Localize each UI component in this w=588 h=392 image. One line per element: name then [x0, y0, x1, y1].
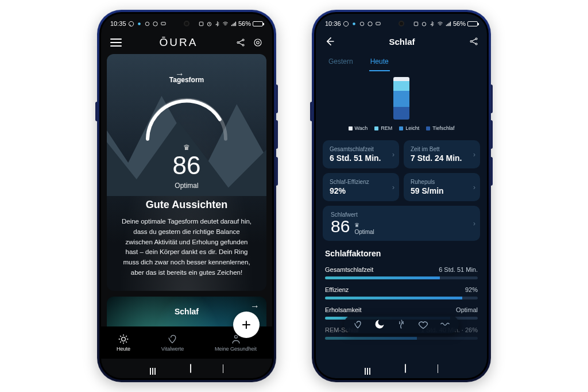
tab-yesterday[interactable]: Gestern	[327, 53, 354, 71]
home-button[interactable]	[190, 364, 191, 372]
sleep-score-value: 86	[331, 218, 350, 235]
pill-sleep-icon[interactable]	[374, 318, 385, 330]
pill-readiness-icon[interactable]	[352, 318, 363, 330]
svg-point-19	[368, 21, 372, 25]
page-title: Schlaf	[389, 37, 415, 47]
chevron-right-icon: ›	[392, 183, 394, 191]
nfc-icon	[413, 21, 419, 27]
metric-pill-nav	[344, 315, 459, 333]
whatsapp2-icon	[152, 21, 158, 27]
circle-icon	[351, 21, 357, 27]
camera-cutout	[184, 21, 189, 26]
whatsapp-icon	[128, 21, 134, 27]
back-arrow-icon[interactable]	[324, 36, 335, 47]
factor-value: 92%	[465, 286, 478, 293]
nav-today-label: Heute	[117, 346, 130, 352]
home-scroll[interactable]: → Tagesform ♛ 86 Optimal Gute Aussichten…	[101, 54, 272, 326]
tile-total-sleep[interactable]: Gesamtschlafzeit 6 Std. 51 Min. ›	[323, 140, 399, 168]
factor-label: Erholsamkeit	[325, 306, 362, 313]
signal-icon	[445, 21, 451, 27]
legend-rem: REM	[381, 125, 392, 131]
sleep-scroll[interactable]: Wach REM Leicht Tiefschlaf Gesamtschlafz…	[316, 71, 487, 359]
tile-efficiency[interactable]: Schlaf-Effizienz 92% ›	[323, 173, 399, 201]
chevron-right-icon: ›	[473, 183, 475, 191]
pill-heart-icon[interactable]	[417, 318, 429, 330]
back-button[interactable]	[438, 364, 438, 372]
chevron-right-icon: ›	[392, 151, 394, 159]
phone-right: 10:36 56%	[312, 10, 491, 382]
pill-stress-icon[interactable]	[439, 318, 451, 330]
readiness-score: 86	[118, 153, 255, 178]
battery-indicator: 56%	[238, 20, 263, 27]
chevron-right-icon: ›	[473, 151, 475, 159]
message-icon	[160, 21, 167, 27]
alarm-icon	[206, 21, 212, 27]
ring-icon	[359, 21, 365, 27]
legend-wake: Wach	[355, 125, 368, 131]
status-time: 10:35	[110, 20, 126, 27]
ring-icon	[144, 21, 150, 27]
tile-time-in-bed[interactable]: Zeit im Bett 7 Std. 24 Min. ›	[404, 140, 480, 168]
sleep-header: Schlaf	[316, 30, 487, 53]
sleep-stage-chart[interactable]: Wach REM Leicht Tiefschlaf	[316, 71, 487, 136]
svg-point-10	[254, 39, 261, 46]
phone-left: 10:35 56%	[97, 10, 276, 382]
tile-sleep-score[interactable]: Schlafwert 86 ♛ Optimal ›	[323, 206, 480, 241]
back-button[interactable]	[223, 364, 223, 372]
menu-button[interactable]	[110, 39, 122, 47]
home-button[interactable]	[405, 364, 406, 372]
readiness-card[interactable]: → Tagesform ♛ 86 Optimal Gute Aussichten…	[107, 54, 266, 291]
system-nav	[316, 359, 487, 378]
crown-icon: ♛	[354, 222, 374, 228]
tile-resting-hr[interactable]: Ruhepuls 59 S/min ›	[404, 173, 480, 201]
svg-point-9	[242, 44, 244, 46]
share-icon[interactable]	[469, 36, 479, 47]
arrow-right-icon[interactable]: →	[250, 301, 260, 312]
tile-value: 6 Std. 51 Min.	[330, 153, 392, 163]
nav-vitals[interactable]: Vitalwerte	[161, 333, 184, 352]
svg-point-24	[475, 38, 477, 40]
chevron-right-icon: ›	[473, 220, 475, 228]
recents-button[interactable]	[365, 368, 373, 369]
nav-vitals-label: Vitalwerte	[161, 346, 184, 352]
dot-rem-icon	[374, 126, 378, 130]
svg-rect-5	[199, 22, 203, 25]
factor-total[interactable]: Gesamtschlafzeit 6 Std. 51 Min.	[316, 263, 487, 283]
factor-label: Gesamtschlafzeit	[325, 266, 373, 273]
camera-cutout	[399, 21, 404, 26]
nav-today[interactable]: Heute	[117, 333, 130, 352]
legend-light: Leicht	[405, 125, 419, 131]
svg-point-22	[422, 22, 425, 25]
svg-point-8	[242, 39, 244, 41]
factor-bar	[325, 297, 478, 299]
wifi-icon	[437, 21, 443, 27]
svg-point-0	[129, 21, 133, 26]
whatsapp-icon	[343, 21, 349, 27]
share-icon[interactable]	[235, 37, 246, 48]
svg-point-25	[475, 43, 477, 45]
readiness-gauge	[138, 90, 235, 144]
pill-activity-icon[interactable]	[396, 318, 407, 330]
factor-value: Optimal	[456, 306, 478, 313]
tile-label: Zeit im Bett	[411, 146, 473, 152]
svg-point-16	[343, 21, 348, 26]
factor-efficiency[interactable]: Effizienz 92%	[316, 283, 487, 303]
factor-value: 6 Std. 51 Min.	[439, 266, 478, 273]
seg-light	[393, 91, 409, 107]
readiness-status: Optimal	[118, 182, 255, 190]
headline-text: Gute Aussichten	[118, 199, 255, 211]
stacked-bar	[393, 77, 409, 120]
factor-bar	[325, 337, 478, 340]
dot-deep-icon	[426, 126, 430, 130]
ring-status-icon[interactable]	[253, 37, 263, 48]
tile-label: Gesamtschlafzeit	[330, 146, 392, 152]
tab-today[interactable]: Heute	[369, 53, 390, 71]
recents-button[interactable]	[150, 368, 158, 369]
add-button[interactable]: +	[233, 312, 260, 338]
svg-rect-20	[376, 22, 380, 25]
system-nav	[101, 359, 272, 378]
app-header: ŌURA	[101, 30, 272, 54]
svg-point-7	[237, 42, 239, 44]
svg-rect-21	[414, 22, 417, 25]
svg-point-18	[360, 22, 363, 25]
